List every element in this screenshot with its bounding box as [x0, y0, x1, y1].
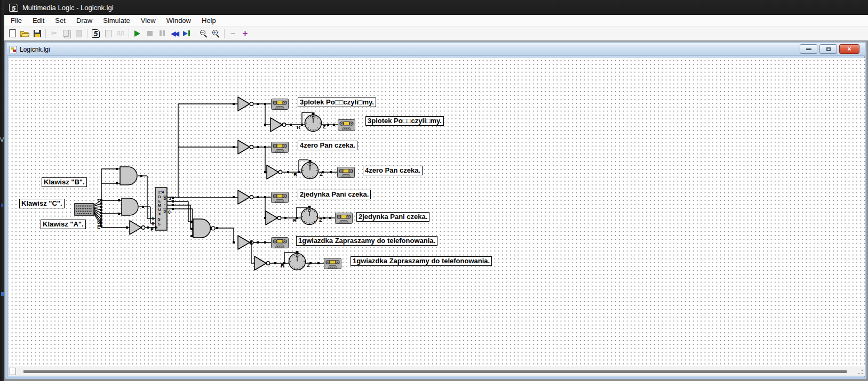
demux-out-0: 0: [168, 209, 171, 215]
mml-logo-icon: 5: [92, 29, 100, 38]
inverter-row2-a[interactable]: [238, 140, 253, 154]
open-button[interactable]: [19, 28, 31, 39]
timer-row3[interactable]: [301, 206, 318, 225]
inverter-enable[interactable]: [130, 221, 145, 234]
remove-button[interactable]: −: [227, 28, 239, 39]
maximize-button[interactable]: [819, 44, 837, 54]
label-row1-a[interactable]: 3plotek Po□□czyli□my.: [298, 98, 376, 107]
menu-file[interactable]: File: [5, 15, 27, 26]
toolbar-separator: [87, 29, 87, 38]
signals-button[interactable]: ⎍⎍: [114, 28, 126, 39]
mdi-area: Logicnk.lgi ×: [4, 40, 868, 381]
run-button[interactable]: [131, 28, 144, 39]
keyboard-pin-e: E: [97, 224, 100, 230]
toolbar-separator: [129, 29, 129, 38]
zoom-out-button[interactable]: −: [197, 28, 210, 39]
svg-text:M: M: [158, 204, 161, 207]
timer-row4[interactable]: [289, 251, 306, 270]
inverter-row1-a[interactable]: [238, 97, 253, 111]
timer-z-label: Z: [323, 124, 326, 129]
timer-row2[interactable]: [302, 160, 318, 179]
svg-text:D: D: [163, 209, 166, 213]
demux-sel-1: 1: [152, 216, 154, 221]
new-button[interactable]: [6, 28, 19, 39]
schematic-canvas[interactable]: 7 0 E 2:4 D E M U X D: [9, 58, 865, 369]
copy-button[interactable]: [60, 28, 73, 39]
cassette-row3-b[interactable]: [336, 213, 353, 224]
and-gate-2[interactable]: [122, 198, 138, 215]
and-gate-1[interactable]: [120, 167, 137, 185]
inverter-row3-a[interactable]: [238, 190, 253, 204]
label-row3-a[interactable]: 2jedynka Pani czeka.: [298, 190, 371, 199]
timer-row1[interactable]: [305, 112, 322, 132]
menu-set[interactable]: Set: [50, 15, 71, 26]
toolbar-separator: [224, 29, 225, 38]
label-klawisz-b[interactable]: Klawisz "B".: [42, 177, 87, 187]
minimize-button[interactable]: [800, 44, 817, 54]
scrollbar-left-button[interactable]: [10, 368, 16, 375]
report-button[interactable]: [102, 28, 114, 39]
cassette-row2-b[interactable]: [338, 167, 355, 178]
zoom-out-icon: −: [200, 29, 208, 38]
label-row1-b[interactable]: 3plotek Po□□czyli□my.: [365, 116, 444, 126]
logo-tool-button[interactable]: 5: [90, 28, 102, 39]
scrollbar-thumb[interactable]: [23, 370, 847, 373]
paste-button[interactable]: [73, 28, 85, 39]
label-row4-a[interactable]: 1gwiazdka Zapraszamy do telefonowania.: [296, 236, 437, 246]
cut-button[interactable]: ✂: [48, 28, 60, 39]
cassette-row1-b[interactable]: [338, 120, 355, 131]
menu-simulate[interactable]: Simulate: [98, 15, 136, 26]
resize-grip[interactable]: [858, 369, 863, 375]
add-button[interactable]: +: [239, 28, 251, 39]
label-row4-b[interactable]: 1gwiazdka Zapraszamy do telefonowania.: [351, 256, 492, 266]
keyboard-component[interactable]: [75, 204, 94, 215]
new-file-icon: [9, 29, 16, 37]
svg-text:D: D: [163, 197, 166, 200]
cassette-row2-a[interactable]: [272, 142, 289, 153]
svg-text:D: D: [158, 195, 161, 199]
app-titlebar: 5 Multimedia Logic - Logicnk.lgi: [4, 0, 868, 15]
timer-r-label: R: [297, 124, 300, 130]
save-button[interactable]: [31, 28, 43, 39]
step-end-button[interactable]: [180, 28, 193, 39]
desktop-edge: V: [0, 0, 4, 381]
cassette-row1-a[interactable]: [272, 99, 289, 110]
horizontal-scrollbar[interactable]: [9, 367, 865, 376]
cassette-row4-a[interactable]: [272, 238, 289, 248]
stop-button[interactable]: [144, 28, 156, 39]
demux-component[interactable]: 2:4 D E M U X D : D S S: [155, 188, 167, 230]
menu-draw[interactable]: Draw: [71, 15, 98, 26]
pause-icon: [160, 30, 165, 36]
keyboard-pin-7: 7: [97, 198, 100, 204]
zoom-in-button[interactable]: +: [210, 28, 222, 39]
close-button[interactable]: ×: [839, 44, 859, 54]
label-row2-a[interactable]: 4zero Pan czeka.: [298, 141, 357, 150]
document-icon: [10, 46, 17, 53]
label-row3-b[interactable]: 2jedynka Pani czeka.: [356, 212, 429, 222]
pause-button[interactable]: [156, 28, 168, 39]
label-row2-b[interactable]: 4zero Pan czeka.: [363, 166, 423, 175]
cassette-row3-a[interactable]: [272, 192, 289, 203]
svg-text::: :: [164, 203, 165, 207]
inverter-row3-b[interactable]: [266, 211, 281, 225]
inverter-row4-b[interactable]: [254, 256, 270, 270]
document-title: Logicnk.lgi: [20, 46, 50, 53]
maximize-icon: [826, 47, 831, 51]
document-titlebar[interactable]: Logicnk.lgi ×: [7, 43, 865, 56]
report-icon: [105, 30, 112, 37]
menu-window[interactable]: Window: [161, 15, 196, 26]
nand-gate[interactable]: [193, 219, 215, 238]
menu-view[interactable]: View: [136, 15, 161, 26]
menubar: File Edit Set Draw Simulate View Window …: [4, 15, 868, 27]
inverter-row2-b[interactable]: [267, 165, 282, 179]
label-klawisz-a[interactable]: Klawisz "A".: [41, 220, 86, 229]
menu-edit[interactable]: Edit: [27, 15, 50, 26]
inverter-row1-b[interactable]: [270, 118, 286, 132]
label-klawisz-c[interactable]: Klawisz "C".: [19, 199, 65, 208]
toolbar-separator: [195, 29, 195, 38]
close-icon: ×: [847, 45, 851, 53]
rewind-button[interactable]: ◀◀: [168, 28, 180, 39]
menu-help[interactable]: Help: [196, 15, 221, 26]
document-window: Logicnk.lgi ×: [5, 42, 866, 379]
cassette-row4-b[interactable]: [324, 258, 341, 269]
